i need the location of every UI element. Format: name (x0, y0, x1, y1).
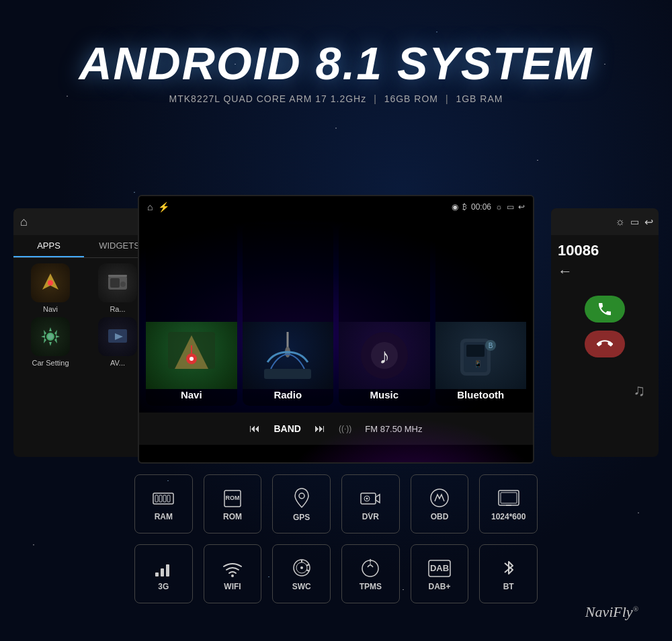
svg-line-50 (306, 564, 309, 566)
status-location-icon: ◉ (452, 202, 458, 212)
tile-radio[interactable]: Radio (243, 224, 334, 406)
svg-point-37 (366, 497, 368, 499)
media-prev-icon[interactable]: ⏮ (249, 423, 260, 435)
feature-obd: OBD (411, 474, 469, 533)
feature-resolution: 1024*600 (479, 474, 538, 533)
call-buttons (551, 286, 659, 368)
dab-label: DAB+ (429, 582, 451, 591)
tile-navi-img (146, 322, 237, 389)
svg-rect-42 (155, 572, 159, 576)
title-section: ANDROID 8.1 SYSTEM MTK8227L QUAD CORE AR… (0, 37, 672, 104)
status-time: 00:06 (471, 202, 491, 212)
svg-point-48 (300, 566, 303, 569)
back-arrow-icon[interactable]: ← (558, 263, 573, 280)
screen-right: ☼ ▭ ↩ 10086 ← ♫ (551, 208, 659, 457)
back-button-row: ← (551, 263, 659, 286)
tpms-icon: ! (361, 556, 380, 579)
status-usb-icon: ⚡ (158, 202, 169, 212)
app-item-settings[interactable]: Car Setting (19, 317, 82, 367)
tile-radio-img (243, 322, 334, 389)
obd-icon (429, 486, 450, 509)
band-label[interactable]: BAND (274, 423, 300, 434)
right-back-icon[interactable]: ↩ (644, 216, 653, 228)
sub-title: MTK8227L QUAD CORE ARM 17 1.2GHz | 16GB … (0, 93, 672, 104)
accept-call-button[interactable] (585, 296, 625, 323)
feature-3g: 3G (134, 544, 193, 603)
feature-swc: SWC (272, 544, 331, 603)
tpms-label: TPMS (360, 582, 382, 591)
media-bar: ⏮ BAND ⏭ ((·)) FM 87.50 MHz (139, 413, 533, 445)
status-bt-icon: ₿ (462, 202, 467, 212)
features-row-1: RAM ROM ROM GPS (134, 474, 538, 533)
navi-icon-box (31, 263, 70, 302)
radio-icon-box (98, 263, 137, 302)
svg-point-45 (231, 574, 234, 577)
music-note-area: ♫ (551, 368, 659, 413)
svg-rect-28 (159, 495, 162, 502)
freq-display: FM 87.50 MHz (365, 424, 422, 434)
app-item-navi[interactable]: Navi (19, 263, 82, 313)
av-icon-box (98, 317, 137, 356)
status-bar: ⌂ ⚡ ◉ ₿ 00:06 ☼ ▭ ↩ (139, 196, 533, 218)
svg-text:♪: ♪ (379, 344, 390, 368)
tile-music-img: ♪ (339, 322, 430, 389)
dvr-label: DVR (362, 512, 379, 521)
decline-call-button[interactable] (585, 331, 625, 357)
svg-rect-16 (264, 369, 311, 379)
svg-rect-30 (167, 495, 170, 502)
svg-point-1 (48, 280, 53, 286)
svg-rect-44 (166, 564, 169, 576)
right-top-bar: ☼ ▭ ↩ (551, 208, 659, 235)
svg-point-6 (47, 333, 54, 340)
svg-text:DAB: DAB (430, 563, 449, 573)
tile-bluetooth[interactable]: 📱 B Bluetooth (435, 224, 527, 406)
status-home-icon: ⌂ (147, 202, 153, 212)
svg-text:ROM: ROM (225, 495, 239, 501)
tile-navi-label: Navi (181, 389, 202, 400)
right-window-icon: ▭ (630, 216, 639, 227)
media-next-icon[interactable]: ⏭ (314, 423, 325, 435)
dab-icon: DAB (428, 556, 451, 578)
swc-icon (292, 556, 312, 579)
3g-label: 3G (158, 582, 169, 591)
tile-navi[interactable]: Navi (146, 224, 237, 406)
tabs-row: APPS WIDGETS (13, 235, 155, 258)
cpu-spec: MTK8227L QUAD CORE ARM 17 1.2GHz (169, 93, 367, 104)
bt-icon (501, 556, 517, 579)
ram-spec: 1GB RAM (456, 93, 503, 104)
svg-text:!: ! (369, 558, 372, 566)
dvr-icon (360, 486, 381, 508)
apps-grid: Navi Ra... (13, 258, 155, 372)
features-section: RAM ROM ROM GPS (134, 474, 538, 614)
app-label-settings: Car Setting (32, 359, 69, 367)
svg-rect-22 (466, 345, 485, 357)
svg-rect-40 (501, 493, 517, 503)
features-row-2: 3G WIFI (134, 544, 538, 603)
svg-rect-3 (110, 278, 120, 288)
resolution-label: 1024*600 (491, 512, 526, 521)
svg-point-33 (299, 493, 304, 499)
svg-rect-43 (161, 568, 164, 576)
app-label-av: AV... (110, 359, 125, 367)
left-top-bar: ⌂ (13, 208, 155, 235)
media-signal-icon: ((·)) (339, 424, 351, 433)
feature-ram: RAM (134, 474, 193, 533)
status-left: ⌂ ⚡ (147, 202, 169, 212)
svg-rect-27 (155, 495, 158, 502)
rom-icon: ROM (222, 486, 243, 508)
wifi-label: WIFI (224, 582, 241, 591)
svg-rect-5 (108, 275, 127, 277)
svg-point-12 (190, 357, 194, 361)
ram-icon (153, 486, 174, 508)
tile-bluetooth-label: Bluetooth (457, 389, 504, 400)
tab-apps[interactable]: APPS (13, 235, 84, 257)
main-title: ANDROID 8.1 SYSTEM (0, 37, 672, 89)
feature-gps: GPS (272, 474, 331, 533)
svg-rect-34 (361, 493, 376, 504)
screen-center: ⌂ ⚡ ◉ ₿ 00:06 ☼ ▭ ↩ (138, 195, 534, 464)
feature-rom: ROM ROM (204, 474, 262, 533)
brand: NaviFly® (585, 603, 638, 621)
status-back-icon: ↩ (518, 202, 525, 212)
tile-music[interactable]: ♪ Music (339, 224, 430, 406)
rom-spec: 16GB ROM (384, 93, 438, 104)
